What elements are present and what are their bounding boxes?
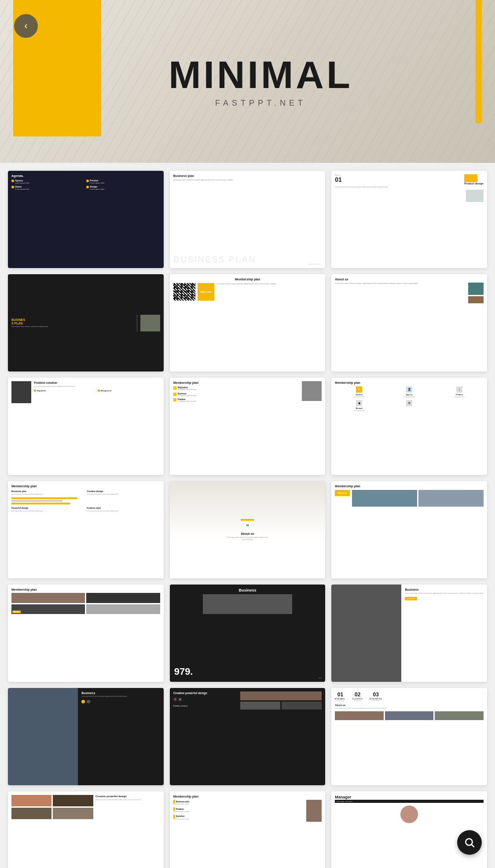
list-item: Fashion style Lorem ipsum dolor sit amet…	[87, 507, 160, 512]
slide-agency01[interactable]: Agency 01 Product design Lorem ipsum dol…	[331, 171, 487, 268]
section-text: Lorem ipsum dolor sit amet consectetur a…	[11, 510, 84, 512]
slide-biz-laptop[interactable]: Business Lorem ipsum dolor sit amet cons…	[331, 585, 487, 682]
slide-numbered[interactable]: 01 MINIMAL Lorem ipsum 02 CLASSIC Lorem …	[331, 688, 487, 785]
biz979-img	[203, 594, 292, 614]
star-icon: ★	[178, 698, 182, 701]
section-dot	[173, 807, 175, 811]
hero-yellow-bar	[476, 0, 482, 123]
slide-business-plan[interactable]: Business plan Lorem ipsum dolor sit amet…	[170, 171, 326, 268]
memb-icon-label: Agency	[406, 394, 412, 396]
slide-about-quote[interactable]: “ About us Lorem ipsum dolor sit amet co…	[170, 481, 326, 578]
biz979-year: 2023	[319, 677, 322, 679]
creative-dark-title: Creative powerful design	[173, 691, 238, 695]
slide-creative-dark[interactable]: Creative powerful design 📍 ★ Problem sol…	[170, 688, 326, 785]
memb-bp-right	[306, 800, 322, 822]
biz-dark-left: BUSINESS PLAN Lorem ipsum dolor sit amet…	[11, 318, 134, 327]
bp-title: Business plan	[173, 174, 322, 177]
creative-li-img2	[53, 795, 93, 806]
memb-list-items: R RegulationLorem ipsum dolor sit amet B…	[173, 386, 300, 403]
memb-icons-grid: ✈ Solution Lorem ipsum dolor 👤 Agency Lo…	[335, 386, 484, 412]
slides-grid: Agenda. AgencyLorem ipsum dolor ProductL…	[0, 163, 495, 868]
memb-icon-text: Lorem ipsum dolor	[354, 397, 365, 398]
memb-list-text: Lorem ipsum dolor sit amet	[178, 401, 196, 403]
plane-icon: ✈	[356, 386, 362, 393]
agency01-text: Lorem ipsum dolor sit amet consectetur a…	[335, 186, 484, 188]
memb-tg-grid: Business plan Lorem ipsum dolor sit amet…	[11, 490, 160, 512]
slide-memb-about[interactable]: Membership plan About us	[331, 481, 487, 578]
section-text: Lorem ipsum dolor sit amet	[173, 819, 304, 820]
list-item: AgencyLorem ipsum dolor	[11, 179, 85, 184]
agenda-dot	[11, 180, 14, 182]
memb-icon-text: Lorem ipsum dolor	[404, 397, 415, 398]
about-quote-content: “ About us Lorem ipsum dolor sit amet co…	[221, 519, 274, 541]
memb-list-dot: P	[173, 398, 176, 401]
slide-biz-dark-r[interactable]: Business Lorem ipsum dolor sit amet cons…	[8, 688, 164, 785]
agenda-dot	[86, 180, 89, 182]
hero-slide: MINIMAL FASTPPT.NET	[0, 0, 495, 163]
collage-img1	[11, 593, 85, 603]
slide-memb-list[interactable]: Membership plan R RegulationLorem ipsum …	[170, 378, 326, 475]
memb-ab-yellow: About us	[335, 490, 350, 496]
biz-dark-bar	[136, 315, 138, 331]
num-big: 03	[373, 691, 379, 698]
back-button[interactable]: ‹	[14, 14, 38, 38]
slide-manager[interactable]: Manager design center	[331, 791, 487, 868]
search-icon	[464, 837, 475, 848]
about-quote-text: Lorem ipsum dolor sit amet consectetur a…	[226, 537, 269, 541]
bar	[11, 503, 70, 504]
manager-title: Manager	[335, 795, 484, 799]
search-fab-button[interactable]	[457, 830, 482, 855]
agenda-item-text: Lorem ipsum dolor	[15, 188, 29, 190]
memb-col-grid: Agency	[11, 593, 160, 614]
creative-dark-icons: 📍 ★	[173, 698, 238, 701]
creative-li-img3	[11, 808, 51, 819]
list-item: R RegulationLorem ipsum dolor sit amet	[173, 386, 300, 391]
manager-subtitle-box: design center	[335, 800, 484, 803]
slide-problem[interactable]: Problem solution Lorem ipsum dolor sit a…	[8, 378, 164, 475]
bp-text: Lorem ipsum dolor sit amet consectetur a…	[173, 179, 322, 181]
memb-col-title: Membership plan	[11, 588, 160, 591]
biz-icon2	[87, 700, 90, 703]
about-text: Lorem ipsum dolor sit amet consectetur a…	[335, 283, 466, 303]
memb-icon-text: Lorem ipsum dolor	[454, 397, 465, 398]
bp-bg-text: BUSINESS PLAN	[173, 254, 256, 265]
slide-creative-light[interactable]: Creative powerful design Lorem ipsum dol…	[8, 791, 164, 868]
list-item: Business plan Lorem ipsum dolor sit amet…	[11, 490, 84, 504]
biz-dr-img	[8, 688, 78, 785]
agenda-item-text: Lorem ipsum dolor	[90, 188, 104, 190]
biz-laptop-text: Lorem ipsum dolor sit amet consectetur a…	[405, 592, 484, 595]
section-text: Lorem ipsum dolor sit amet consectetur a…	[87, 493, 160, 495]
section-title: Business plan	[11, 490, 84, 493]
list-item: Powerful design Lorem ipsum dolor sit am…	[11, 507, 84, 512]
agenda-title: Agenda.	[11, 174, 160, 177]
slide-memb-collage[interactable]: Membership plan Agency	[8, 585, 164, 682]
slide-memb-textgrid[interactable]: Membership plan Business plan Lorem ipsu…	[8, 481, 164, 578]
list-item: StatusLorem ipsum dolor	[11, 185, 85, 190]
agenda-item-text: Lorem ipsum dolor	[15, 182, 29, 184]
bar	[11, 497, 77, 499]
agenda-dot	[86, 186, 89, 188]
slide-agenda[interactable]: Agenda. AgencyLorem ipsum dolor ProductL…	[8, 171, 164, 268]
about-content: Lorem ipsum dolor sit amet consectetur a…	[335, 283, 484, 303]
memb-ab-title: Membership plan	[335, 485, 484, 488]
memb-tg-title: Membership plan	[11, 485, 160, 488]
slide-business979[interactable]: Business 979. 2023	[170, 585, 326, 682]
biz-laptop-link[interactable]: Learn more	[405, 597, 417, 600]
collage-img3: Agency	[11, 604, 85, 614]
numbered-text: Lorem ipsum dolor sit amet consectetur a…	[335, 708, 484, 710]
slide-memb-icons[interactable]: Membership plan ✈ Solution Lorem ipsum d…	[331, 378, 487, 475]
agenda-item-text: Lorem ipsum dolor	[90, 182, 104, 184]
slide-membership-welcome[interactable]: Membership plan Welcome Lorem ipsum dolo…	[170, 274, 326, 371]
slide-memb-bizplan[interactable]: Membership plan Business plan Lorem ipsu…	[170, 791, 326, 868]
slide-about[interactable]: About us Lorem ipsum dolor sit amet cons…	[331, 274, 487, 371]
memb-icon-label: Problem	[456, 394, 463, 396]
numbered-img3	[435, 711, 484, 720]
slide-biz-dark[interactable]: BUSINESS PLAN Lorem ipsum dolor sit amet…	[8, 274, 164, 371]
section-dot	[173, 815, 175, 818]
about-imgs	[468, 283, 484, 303]
biz-icon1	[81, 700, 85, 703]
num-sub: Lorem ipsum	[337, 700, 344, 702]
list-item: Question Lorem ipsum dolor sit amet	[173, 815, 304, 820]
creative-light-right: Creative powerful design Lorem ipsum dol…	[95, 795, 160, 819]
biz-dr-right: Business Lorem ipsum dolor sit amet cons…	[78, 688, 164, 785]
